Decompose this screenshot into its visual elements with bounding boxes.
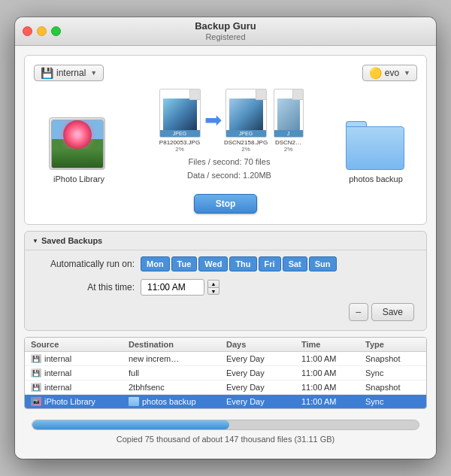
time-input-wrapper: ▲ ▼ bbox=[141, 279, 219, 296]
jpeg-icon-2: JPEG bbox=[226, 89, 267, 138]
files-preview: iPhoto Library JPEG P8120053.JPG bbox=[34, 89, 417, 183]
source-chevron-icon: ▼ bbox=[90, 69, 97, 77]
list-item: JPEG DSCN2158.JPG 2% bbox=[222, 89, 271, 153]
window-title: Backup Guru bbox=[195, 20, 256, 32]
backup-area: 💾 internal ▼ 🟡 evo ▼ bbox=[24, 55, 427, 225]
col-type: Type bbox=[365, 340, 425, 349]
file-name-2: DSCN2158.JPG bbox=[224, 139, 268, 146]
titlebar-text: Backup Guru Registered bbox=[195, 20, 256, 42]
drive-row-icon: 💾 bbox=[31, 354, 41, 363]
file-name-1: P8120053.JPG bbox=[159, 139, 200, 146]
maximize-button[interactable] bbox=[51, 26, 61, 36]
saved-backups-section: ▼ Saved Backups Automatically run on: Mo… bbox=[24, 231, 427, 331]
transfer-stats: Files / second: 70 files Data / second: … bbox=[187, 156, 271, 182]
table-row[interactable]: 💾 internal 2tbhfsenc Every Day 11:00 AM … bbox=[25, 380, 426, 395]
cell-days-1: Every Day bbox=[226, 354, 301, 363]
cell-dest-4: photos backup bbox=[129, 397, 226, 406]
col-destination: Destination bbox=[129, 340, 226, 349]
dest-chevron-icon: ▼ bbox=[404, 69, 410, 77]
day-sat-button[interactable]: Sat bbox=[283, 256, 307, 271]
dest-library: photos backup bbox=[334, 121, 417, 183]
cell-days-4: Every Day bbox=[226, 397, 301, 406]
day-thu-button[interactable]: Thu bbox=[229, 256, 256, 271]
file-progress-2: 2% bbox=[241, 146, 250, 153]
cell-type-4: Sync bbox=[365, 397, 425, 406]
list-item: JPEG P8120053.JPG 2% bbox=[156, 89, 204, 153]
progress-bar-fill bbox=[32, 420, 229, 429]
col-days: Days bbox=[226, 340, 301, 349]
close-button[interactable] bbox=[23, 26, 32, 36]
table-header: Source Destination Days Time Type bbox=[25, 338, 426, 352]
table-row[interactable]: 💾 internal new increm… Every Day 11:00 A… bbox=[25, 352, 426, 366]
iphoto-row-icon: 📷 bbox=[31, 397, 41, 406]
table-row[interactable]: 💾 internal full Every Day 11:00 AM Sync bbox=[25, 366, 426, 380]
source-dest-row: 💾 internal ▼ 🟡 evo ▼ bbox=[34, 65, 417, 81]
time-row: At this time: ▲ ▼ bbox=[37, 279, 414, 296]
cell-source-1: 💾 internal bbox=[31, 354, 129, 363]
source-lib-label: iPhoto Library bbox=[53, 174, 104, 183]
remove-button[interactable]: − bbox=[349, 303, 368, 321]
progress-section: Copied 75 thousand of about 147 thousand… bbox=[24, 415, 427, 450]
cell-time-3: 11:00 AM bbox=[301, 383, 365, 392]
cell-type-1: Snapshot bbox=[365, 354, 425, 363]
cell-source-2: 💾 internal bbox=[31, 368, 129, 377]
photos-folder-row-icon bbox=[129, 397, 139, 406]
dest-drive-icon: 🟡 bbox=[369, 67, 382, 79]
saved-backups-header[interactable]: ▼ Saved Backups bbox=[25, 232, 426, 250]
col-source: Source bbox=[31, 340, 129, 349]
col-time: Time bbox=[301, 340, 365, 349]
cell-time-4: 11:00 AM bbox=[301, 397, 365, 406]
day-sun-button[interactable]: Sun bbox=[309, 256, 337, 271]
table-row[interactable]: 📷 iPhoto Library photos backup Every Day… bbox=[25, 395, 426, 408]
jpeg-icon-3: J bbox=[274, 89, 304, 138]
file-progress-3: 2% bbox=[284, 146, 293, 153]
files-transfer-area: JPEG P8120053.JPG 2% ➡ JPEG bbox=[124, 89, 334, 183]
cell-time-1: 11:00 AM bbox=[301, 354, 365, 363]
transfer-arrow-icon: ➡ bbox=[204, 110, 222, 131]
save-button[interactable]: Save bbox=[371, 303, 414, 321]
source-selector[interactable]: 💾 internal ▼ bbox=[34, 65, 104, 81]
day-fri-button[interactable]: Fri bbox=[259, 256, 281, 271]
traffic-lights bbox=[23, 26, 61, 36]
drive-row-icon: 💾 bbox=[31, 368, 41, 377]
day-wed-button[interactable]: Wed bbox=[198, 256, 228, 271]
cell-source-4: 📷 iPhoto Library bbox=[31, 397, 129, 406]
cell-days-2: Every Day bbox=[226, 368, 301, 377]
minimize-button[interactable] bbox=[37, 26, 47, 36]
day-buttons: Mon Tue Wed Thu Fri Sat Sun bbox=[141, 256, 337, 271]
file-progress-1: 2% bbox=[175, 146, 184, 153]
source-library: iPhoto Library bbox=[34, 114, 124, 183]
time-stepper: ▲ ▼ bbox=[207, 280, 219, 295]
cell-type-3: Snapshot bbox=[365, 383, 425, 392]
status-text: Copied 75 thousand of about 147 thousand… bbox=[32, 435, 419, 444]
auto-run-label: Automatically run on: bbox=[37, 259, 135, 269]
time-label: At this time: bbox=[37, 282, 135, 293]
source-label: internal bbox=[56, 68, 86, 78]
auto-run-row: Automatically run on: Mon Tue Wed Thu Fr… bbox=[37, 256, 414, 271]
list-item: J DSCN2… 2% bbox=[274, 89, 304, 153]
cell-source-3: 💾 internal bbox=[31, 383, 129, 392]
step-down-button[interactable]: ▼ bbox=[207, 287, 219, 295]
file-thumbnails: JPEG P8120053.JPG 2% ➡ JPEG bbox=[156, 89, 304, 153]
step-up-button[interactable]: ▲ bbox=[207, 280, 219, 287]
day-tue-button[interactable]: Tue bbox=[171, 256, 198, 271]
time-input[interactable] bbox=[141, 279, 204, 296]
saved-backups-body: Automatically run on: Mon Tue Wed Thu Fr… bbox=[25, 250, 426, 330]
app-window: Backup Guru Registered 💾 internal ▼ 🟡 ev… bbox=[15, 17, 436, 459]
titlebar: Backup Guru Registered bbox=[15, 17, 436, 46]
cell-dest-2: full bbox=[129, 368, 226, 377]
cell-dest-3: 2tbhfsenc bbox=[129, 383, 226, 392]
day-mon-button[interactable]: Mon bbox=[141, 256, 170, 271]
data-per-second: Data / second: 1.20MB bbox=[187, 169, 271, 183]
save-row: − Save bbox=[37, 303, 414, 321]
saved-backups-title: Saved Backups bbox=[41, 236, 102, 245]
file-name-3: DSCN2… bbox=[275, 139, 301, 146]
backup-table: Source Destination Days Time Type 💾 inte… bbox=[24, 337, 427, 409]
cell-days-3: Every Day bbox=[226, 383, 301, 392]
jpeg-icon-1: JPEG bbox=[159, 89, 201, 138]
window-subtitle: Registered bbox=[195, 32, 256, 42]
dest-label: evo bbox=[385, 68, 399, 78]
dest-selector[interactable]: 🟡 evo ▼ bbox=[362, 65, 417, 81]
drive-icon: 💾 bbox=[41, 67, 53, 79]
stop-button[interactable]: Stop bbox=[194, 194, 258, 214]
